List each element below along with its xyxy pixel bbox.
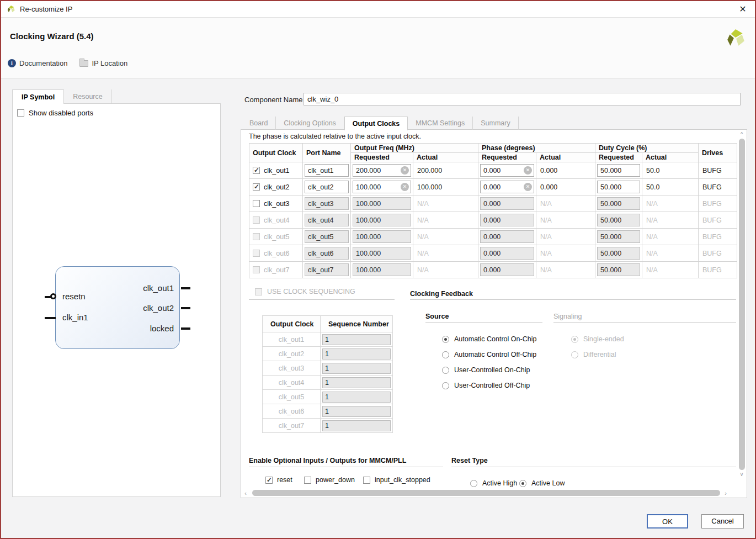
freq-actual-value: N/A (413, 216, 429, 224)
duty-actual-value: N/A (642, 216, 658, 224)
radio-active-low[interactable]: Active Low (519, 479, 565, 487)
scroll-right-icon[interactable]: › (722, 490, 729, 496)
radio-icon (442, 367, 449, 374)
port-label-resetn: resetn (62, 292, 86, 301)
scroll-left-icon[interactable]: ‹ (242, 490, 249, 496)
divider (451, 467, 736, 467)
col-freq-actual: Actual (413, 153, 478, 162)
clk-out1-enable-checkbox[interactable] (253, 167, 260, 174)
port-label-clk-out2: clk_out2 (138, 303, 174, 313)
freq-requested-field[interactable]: 100.000✕ (353, 181, 411, 193)
source-title: Source (425, 313, 449, 320)
tab-mmcm-settings[interactable]: MMCM Settings (408, 117, 473, 130)
col-phase: Phase (degrees) (478, 144, 595, 153)
scroll-down-icon[interactable]: v (741, 471, 743, 477)
tab-ip-symbol[interactable]: IP Symbol (12, 89, 64, 104)
tab-board[interactable]: Board (242, 117, 276, 130)
duty-actual-value: 50.0 (642, 167, 659, 175)
phase-requested-field[interactable]: 0.000✕ (480, 181, 534, 193)
documentation-link[interactable]: i Documentation (8, 59, 67, 67)
duty-requested-field: 50.000 (597, 197, 640, 210)
sequence-number-field: 1 (322, 392, 391, 403)
port-name-field[interactable]: clk_out2 (305, 181, 349, 193)
table-row: clk_out61 (263, 404, 393, 419)
table-row: clk_out11 (263, 332, 393, 347)
show-disabled-ports-label: Show disabled ports (29, 109, 93, 117)
resetn-active-low-bubble (50, 293, 56, 299)
duty-requested-field[interactable]: 50.000 (597, 181, 640, 193)
cancel-button[interactable]: Cancel (701, 514, 744, 529)
radio-automatic-control-on-chip[interactable]: Automatic Control On-Chip (442, 335, 536, 343)
clocking-feedback-title: Clocking Feedback (410, 290, 473, 298)
freq-actual-value: N/A (413, 200, 429, 208)
input-clk-stopped-checkbox[interactable] (363, 477, 370, 484)
horizontal-scrollbar[interactable]: ‹ › (242, 489, 746, 497)
tab-output-clocks[interactable]: Output Clocks (344, 117, 408, 130)
sequence-number-field: 1 (322, 377, 391, 388)
divider (425, 322, 542, 323)
output-clock-label: clk_out7 (264, 266, 290, 274)
table-row: clk_out41 (263, 376, 393, 390)
close-icon[interactable]: ✕ (736, 4, 749, 14)
vertical-scroll-thumb[interactable] (739, 139, 745, 470)
drives-value: BUFG (699, 183, 722, 191)
radio-automatic-control-off-chip[interactable]: Automatic Control Off-Chip (442, 351, 536, 358)
output-clock-label: clk_out4 (264, 216, 290, 224)
clk-out2-enable-checkbox[interactable] (253, 183, 260, 191)
vertical-scrollbar[interactable]: ^ v (737, 131, 746, 489)
drives-value: BUFG (699, 200, 722, 208)
reset-checkbox-row[interactable]: reset (265, 476, 292, 484)
phase-requested-field[interactable]: 0.000✕ (480, 164, 534, 177)
duty-actual-value: N/A (642, 266, 658, 274)
port-name-field: clk_out5 (305, 230, 349, 243)
clear-icon[interactable]: ✕ (401, 183, 409, 191)
power-down-checkbox-row[interactable]: power_down (304, 476, 355, 484)
clk-out4-enable-checkbox (253, 216, 260, 224)
radio-icon (442, 382, 449, 389)
radio-icon (442, 351, 449, 358)
clear-icon[interactable]: ✕ (524, 183, 532, 191)
tab-resource[interactable]: Resource (64, 89, 112, 104)
output-clocks-panel: The phase is calculated relative to the … (241, 129, 747, 498)
scroll-up-icon[interactable]: ^ (741, 131, 743, 138)
phase-actual-value: N/A (536, 266, 552, 274)
radio-icon (470, 480, 477, 487)
table-row: clk_out2 clk_out2 100.000✕ 100.000 0.000… (249, 179, 737, 195)
col-sequence-number: Sequence Number (321, 316, 393, 332)
table-row: clk_out7 clk_out7 100.000 N/A 0.000 N/A … (249, 262, 737, 278)
component-name-input[interactable]: clk_wiz_0 (304, 93, 741, 105)
freq-requested-field[interactable]: 200.000✕ (353, 164, 411, 177)
duty-requested-field[interactable]: 50.000 (597, 164, 640, 177)
divider (249, 299, 395, 300)
divider (410, 299, 736, 300)
radio-active-high[interactable]: Active High (470, 479, 517, 487)
reset-checkbox[interactable] (265, 477, 273, 484)
horizontal-scroll-thumb[interactable] (252, 490, 720, 496)
ok-button[interactable]: OK (647, 514, 688, 529)
ip-location-link[interactable]: IP Location (79, 59, 127, 67)
output-clock-label: clk_out2 (264, 183, 290, 191)
tab-summary[interactable]: Summary (473, 117, 518, 130)
clear-icon[interactable]: ✕ (524, 166, 532, 175)
radio-single-ended: Single-ended (571, 335, 624, 343)
col-seq-output-clock: Output Clock (263, 316, 321, 332)
power-down-checkbox[interactable] (304, 477, 311, 484)
phase-actual-value: N/A (536, 250, 552, 257)
radio-user-controlled-off-chip[interactable]: User-Controlled Off-Chip (442, 382, 530, 389)
clk-out1-pin-stub (181, 287, 190, 289)
header-zone: Clocking Wizard (5.4) i Documentation IP… (1, 18, 755, 78)
phase-note: The phase is calculated relative to the … (249, 133, 421, 140)
locked-pin-stub (181, 327, 190, 330)
port-name-field[interactable]: clk_out1 (305, 164, 349, 177)
clk-out7-enable-checkbox (253, 266, 260, 273)
freq-requested-field: 100.000 (353, 247, 411, 260)
freq-requested-field: 100.000 (353, 263, 411, 276)
input-clk-stopped-checkbox-row[interactable]: input_clk_stopped (363, 476, 430, 484)
show-disabled-ports-checkbox[interactable] (17, 109, 24, 117)
clear-icon[interactable]: ✕ (401, 166, 409, 175)
tab-clocking-options[interactable]: Clocking Options (276, 117, 344, 130)
freq-requested-field: 100.000 (353, 230, 411, 243)
sequence-number-field: 1 (322, 420, 391, 431)
clk-out3-enable-checkbox[interactable] (253, 200, 260, 207)
radio-user-controlled-on-chip[interactable]: User-Controlled On-Chip (442, 366, 530, 374)
